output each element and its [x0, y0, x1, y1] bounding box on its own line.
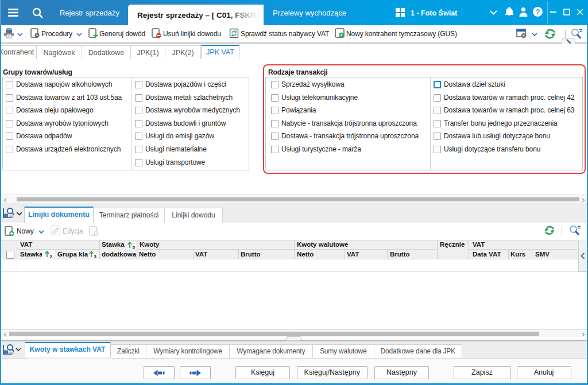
svg-text:5: 5: [132, 245, 135, 250]
svg-text:3: 3: [94, 254, 97, 259]
svg-text:2: 2: [50, 254, 53, 259]
svg-text:?: ?: [536, 8, 540, 16]
